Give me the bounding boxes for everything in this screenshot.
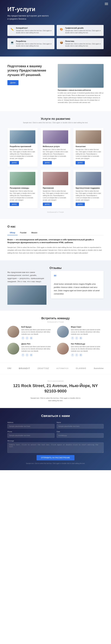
prep-caption: Программа с самым высоким рейтингом: [58, 89, 104, 91]
team-name-nat: Нат Рейнольдс: [71, 343, 104, 345]
logos-row: CR2BRANDITDRAFTINEAUTOMATICSCLASSICSunsh…: [7, 367, 104, 370]
service-img-consulting: [76, 130, 101, 144]
service-title-applications: Приложения: [43, 187, 68, 189]
team-subtitle: Изображений от Freepik: [7, 321, 104, 323]
contact-submit-button[interactable]: ОТПРАВИТЬ НА РАССМОТРЕНИЕ: [37, 455, 74, 460]
form-textarea-message[interactable]: [7, 442, 104, 453]
form-input-name[interactable]: [57, 424, 104, 428]
location-address: 121 Rock Street, 21 Avenue, Нью-Йорк, NY…: [7, 383, 104, 394]
about-tab-обзор[interactable]: Обзор: [7, 230, 18, 235]
social-f-icon-john[interactable]: f: [21, 354, 24, 357]
contact-title: Связаться с нами: [7, 414, 104, 418]
hero-content: ИТ-услуги Мы предоставляем аутсорсинг дл…: [7, 6, 104, 49]
form-group-name: Name: [57, 422, 104, 428]
form-group-message: Message: [7, 440, 104, 453]
about-tabs: ОбзорFounderMission: [7, 230, 104, 235]
services-subtitle: Sample text. Click to select the text bo…: [7, 122, 104, 124]
team-card-nat: Нат Рейнольдс Quis viverra nam libero ju…: [57, 343, 104, 357]
form-input-phone[interactable]: [7, 433, 54, 438]
about-tab-founder[interactable]: Founder: [18, 230, 29, 235]
services-section: Услуги по развитию Sample text. Click to…: [0, 111, 111, 219]
service-img-team-expansion: [10, 172, 35, 185]
social-t-icon-bob[interactable]: t: [25, 336, 29, 340]
service-text-applications: Sample text. Click to select the text bo…: [43, 190, 68, 201]
form-label-address: Address: [7, 422, 54, 423]
hero-card-title-copywriting: Копирайтинг!: [16, 27, 52, 29]
team-title: Встретить команду: [7, 316, 104, 320]
services-grid: Разработка приложений Sample text. Click…: [7, 128, 104, 208]
prep-image-text: In mollis nunc sed id semper. In hendrer…: [58, 92, 104, 104]
service-title-consulting: Консалтинг: [76, 146, 101, 148]
social-f-icon-bob[interactable]: f: [21, 336, 24, 340]
service-btn-team-expansion[interactable]: ДАЛЕЕ: [10, 202, 19, 206]
social-f-icon-nat[interactable]: f: [71, 354, 74, 357]
team-text-john: Quis viverra nam libero justo laoreet si…: [21, 346, 54, 352]
logo-automatics: AUTOMATICS: [57, 368, 69, 369]
hero-card-text-graphic-design: Sample text. Click to select the text bo…: [65, 30, 101, 34]
service-img-app-dev: [10, 130, 35, 144]
team-card-bob: Боб Браун Quis viverra nam libero justo …: [7, 326, 54, 340]
social-in-icon-mary[interactable]: in: [79, 336, 82, 340]
social-t-icon-nat[interactable]: t: [75, 354, 78, 357]
hamburger-menu[interactable]: [105, 2, 108, 6]
testimonials-inner: Мы предлагаем вам все самое инновационно…: [7, 271, 104, 305]
team-avatar-bob: [7, 326, 19, 338]
team-avatar-nat: [57, 343, 69, 354]
hero-card-text-logistics: Sample text. Click to select the text bo…: [65, 43, 101, 47]
team-social-john: ftin: [21, 354, 54, 357]
social-in-icon-bob[interactable]: in: [30, 336, 33, 340]
location-text: Sample text. Click to select the text bo…: [30, 397, 81, 402]
service-text-mobile: Sample text. Click to select the text bo…: [43, 148, 68, 160]
about-tab-mission[interactable]: Mission: [29, 230, 40, 235]
testimonial-text: Amet luctus venenatis lectus magna fring…: [54, 282, 101, 296]
social-f-icon-mary[interactable]: f: [71, 336, 74, 340]
logos-section: CR2BRANDITDRAFTINEAUTOMATICSCLASSICSunsh…: [0, 362, 111, 374]
service-title-round-clock: Круглосуточная поддержка: [76, 187, 101, 189]
testimonials-section: Отзывы Мы предлагаем вам все самое иннов…: [0, 260, 111, 311]
service-text-app-dev: Sample text. Click to select the text bo…: [10, 148, 35, 160]
team-avatar-john: [7, 343, 19, 354]
service-img-mobile: [43, 130, 68, 144]
team-card-mary: Мэри Смит Quis viverra nam libero justo …: [57, 326, 104, 340]
hero-card-title-graphic-design: Графический дизайн: [65, 27, 101, 29]
social-t-icon-john[interactable]: t: [25, 354, 29, 357]
service-btn-mobile[interactable]: ДАЛЕЕ: [43, 161, 52, 164]
social-in-icon-john[interactable]: in: [30, 354, 33, 357]
form-group-address: Address: [7, 422, 54, 428]
about-title: О нас: [7, 225, 104, 228]
form-group-phone: Phone: [7, 431, 54, 438]
testimonials-card: " Amet luctus venenatis lectus magna fri…: [51, 271, 104, 298]
service-btn-app-dev[interactable]: ДАЛЕЕ: [10, 161, 19, 164]
service-btn-round-clock[interactable]: ДАЛЕЕ: [76, 202, 85, 206]
about-text: Sample text. Click to select the text bo…: [7, 246, 104, 254]
hero-section: ИТ-услуги Мы предоставляем аутсорсинг дл…: [0, 0, 111, 56]
form-group-date: Date: [57, 431, 104, 438]
social-in-icon-nat[interactable]: in: [79, 354, 82, 357]
preparation-section: Подготовка к вашему успеху Предоставлени…: [0, 56, 111, 111]
service-card-round-clock: Круглосуточная поддержка Sample text. Cl…: [73, 170, 104, 208]
hero-card-graphic-design: 🎨 Графический дизайн Sample text. Click …: [57, 25, 104, 36]
form-input-address[interactable]: [7, 424, 54, 428]
social-t-icon-mary[interactable]: t: [75, 336, 78, 340]
location-section: Место расположения 121 Rock Street, 21 A…: [0, 374, 111, 408]
testimonials-image-inner: [7, 286, 46, 305]
service-card-mobile: Мобильные услуги Sample text. Click to s…: [40, 128, 71, 167]
service-btn-applications[interactable]: ДАЛЕЕ: [43, 202, 52, 206]
service-btn-consulting[interactable]: ДАЛЕЕ: [76, 161, 85, 164]
prep-image-inner: [58, 64, 104, 88]
hero-card-title-logistics: Логистика: [65, 40, 101, 42]
service-card-consulting: Консалтинг Sample text. Click to select …: [73, 128, 104, 167]
team-text-mary: Quis viverra nam libero justo laoreet si…: [71, 328, 104, 335]
testimonials-image: [7, 286, 46, 305]
form-label-date: Date: [57, 431, 104, 432]
form-input-date[interactable]: [57, 433, 104, 438]
service-title-mobile: Мобильные услуги: [43, 146, 68, 148]
prep-button[interactable]: Далее: [7, 80, 18, 85]
form-label-message: Message: [7, 440, 104, 442]
team-grid: Боб Браун Quis viverra nam libero justo …: [7, 326, 104, 357]
service-text-consulting: Sample text. Click to select the text bo…: [76, 148, 101, 160]
service-img-round-clock: [76, 172, 101, 185]
about-section: О нас ОбзорFounderMission Brave — это ин…: [0, 219, 111, 260]
hero-card-icon-copywriting: ✏️: [10, 27, 14, 32]
service-card-applications: Приложения Sample text. Click to select …: [40, 170, 71, 208]
